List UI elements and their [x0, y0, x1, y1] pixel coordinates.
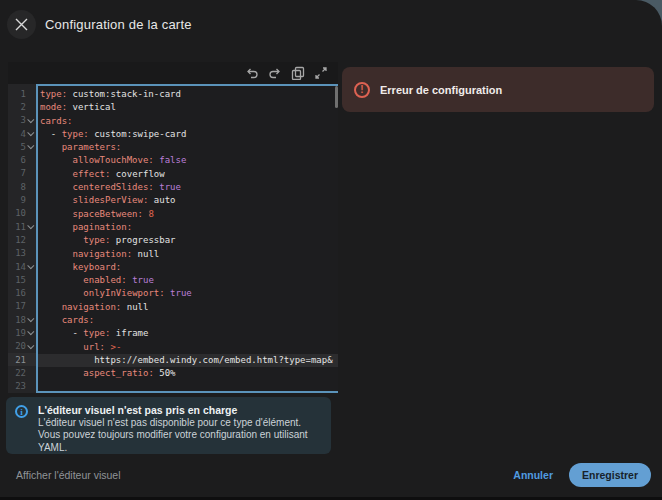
info-box-title: L'éditeur visuel n'est pas pris en charg…: [38, 404, 321, 416]
code-line: effect: coverflow: [38, 168, 338, 181]
show-visual-editor-button[interactable]: Afficher l'éditeur visuel: [16, 469, 121, 481]
code-line: centeredSlides: true: [38, 181, 338, 194]
line-number: 1: [8, 87, 36, 100]
line-number: 20: [8, 340, 36, 353]
line-number: 8: [8, 180, 36, 193]
code-line: allowTouchMove: false: [38, 154, 338, 167]
code-line: navigation: null: [38, 248, 338, 261]
chevron-down-icon[interactable]: [26, 131, 36, 136]
line-number: 19: [8, 326, 36, 339]
fullscreen-icon: [314, 66, 328, 80]
chevron-down-icon[interactable]: [26, 264, 36, 269]
dialog-title: Configuration de la carte: [45, 17, 192, 32]
line-number: 17: [8, 300, 36, 313]
line-number: 6: [8, 153, 36, 166]
code-line: enabled: true: [38, 274, 338, 287]
code-line: mode: vertical: [38, 101, 338, 114]
editor-body: 1234567891011121314151617181920212223 ty…: [8, 84, 338, 393]
chevron-down-icon[interactable]: [26, 118, 36, 123]
code-line: pagination:: [38, 221, 338, 234]
editor-scrollbar[interactable]: [335, 86, 338, 108]
chevron-down-icon[interactable]: [26, 144, 36, 149]
copy-icon: [291, 66, 305, 80]
line-number: 2: [8, 100, 36, 113]
line-number: 21: [8, 353, 36, 366]
card-config-dialog: Configuration de la carte: [0, 0, 662, 497]
editor-toolbar: [8, 62, 338, 84]
line-number: 10: [8, 207, 36, 220]
chevron-down-icon[interactable]: [26, 317, 36, 322]
yaml-editor[interactable]: 1234567891011121314151617181920212223 ty…: [8, 62, 338, 393]
save-button[interactable]: Enregistrer: [569, 463, 651, 487]
line-number: 11: [8, 220, 36, 233]
line-number: 22: [8, 366, 36, 379]
code-line: [38, 381, 338, 393]
redo-icon: [268, 66, 282, 80]
line-number: 5: [8, 140, 36, 153]
info-body-line: Vous pouvez toujours modifier votre conf…: [38, 429, 321, 441]
code-line: spaceBetween: 8: [38, 208, 338, 221]
code-line: type: custom:stack-in-card: [38, 88, 338, 101]
code-line: cards:: [38, 314, 338, 327]
line-number: 12: [8, 233, 36, 246]
code-line: navigation: null: [38, 301, 338, 314]
line-number: 14: [8, 260, 36, 273]
code-line: - type: iframe: [38, 327, 338, 340]
editor-code[interactable]: type: custom:stack-in-cardmode: vertical…: [36, 84, 338, 393]
code-line: parameters:: [38, 141, 338, 154]
line-number: 15: [8, 273, 36, 286]
line-number: 23: [8, 380, 36, 393]
config-error-alert: ! Erreur de configuration: [342, 67, 654, 112]
line-number: 4: [8, 127, 36, 140]
dialog-header: Configuration de la carte: [0, 0, 662, 48]
line-number: 13: [8, 247, 36, 260]
line-number: 7: [8, 167, 36, 180]
code-line: keyboard:: [38, 261, 338, 274]
line-number: 9: [8, 193, 36, 206]
dialog-footer: Afficher l'éditeur visuel Annuler Enregi…: [0, 453, 662, 497]
editor-gutter: 1234567891011121314151617181920212223: [8, 84, 36, 393]
chevron-down-icon[interactable]: [26, 224, 36, 229]
line-number: 16: [8, 286, 36, 299]
code-line: onlyInViewport: true: [38, 287, 338, 300]
visual-editor-info-box: i L'éditeur visuel n'est pas pris en cha…: [6, 397, 331, 454]
code-line: aspect_ratio: 50%: [38, 367, 338, 380]
fullscreen-button[interactable]: [313, 65, 329, 81]
code-line: https://embed.windy.com/embed.html?type=…: [38, 354, 338, 367]
code-line: - type: custom:swipe-card: [38, 128, 338, 141]
undo-button[interactable]: [244, 65, 260, 81]
chevron-down-icon[interactable]: [26, 344, 36, 349]
error-alert-title: Erreur de configuration: [380, 84, 502, 96]
code-line: cards:: [38, 115, 338, 128]
chevron-down-icon[interactable]: [26, 330, 36, 335]
redo-button[interactable]: [267, 65, 283, 81]
line-number: 3: [8, 114, 36, 127]
copy-button[interactable]: [290, 65, 306, 81]
code-line: slidesPerView: auto: [38, 194, 338, 207]
code-line: url: >-: [38, 341, 338, 354]
info-circle-icon: i: [15, 405, 28, 418]
line-number: 18: [8, 313, 36, 326]
alert-circle-icon: !: [354, 82, 370, 98]
cancel-button[interactable]: Annuler: [513, 469, 553, 481]
code-line: type: progressbar: [38, 234, 338, 247]
close-icon: [15, 18, 28, 31]
undo-icon: [245, 66, 259, 80]
info-body-line: L'éditeur visuel n'est pas disponible po…: [38, 417, 321, 429]
close-button[interactable]: [7, 10, 36, 39]
info-box-body: L'éditeur visuel n'est pas disponible po…: [38, 417, 321, 454]
